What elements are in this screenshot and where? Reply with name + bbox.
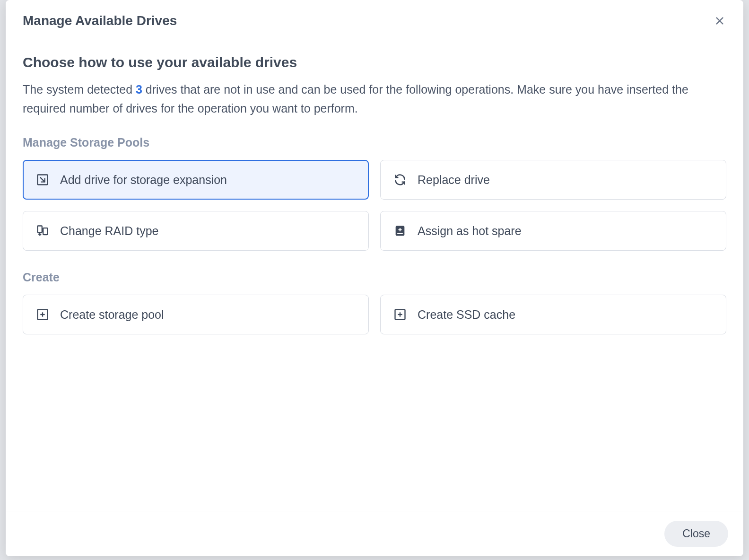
option-label: Replace drive (418, 173, 490, 187)
options-create-grid: Create storage pool Create SSD cache (23, 295, 726, 334)
option-label: Add drive for storage expansion (60, 173, 227, 187)
option-change-raid-type[interactable]: Change RAID type (23, 211, 369, 251)
description-prefix: The system detected (23, 83, 136, 96)
options-manage-grid: Add drive for storage expansion Replace … (23, 160, 726, 251)
option-label: Create storage pool (60, 308, 164, 322)
option-create-storage-pool[interactable]: Create storage pool (23, 295, 369, 334)
refresh-icon (393, 173, 407, 187)
raid-icon (35, 224, 50, 238)
detected-drive-count: 3 (136, 83, 142, 96)
modal-title: Manage Available Drives (23, 13, 177, 28)
plus-square-icon (35, 307, 50, 322)
expand-arrow-icon (35, 173, 50, 187)
option-add-drive-expansion[interactable]: Add drive for storage expansion (23, 160, 369, 200)
option-label: Assign as hot spare (418, 224, 522, 238)
svg-rect-4 (43, 228, 47, 235)
svg-rect-7 (400, 228, 401, 231)
hot-spare-icon (393, 224, 407, 238)
option-create-ssd-cache[interactable]: Create SSD cache (380, 295, 726, 334)
group-label-create: Create (23, 271, 726, 284)
description-text: The system detected 3 drives that are no… (23, 80, 726, 118)
option-label: Change RAID type (60, 224, 158, 238)
group-label-manage: Manage Storage Pools (23, 136, 726, 149)
option-assign-hot-spare[interactable]: Assign as hot spare (380, 211, 726, 251)
svg-rect-3 (38, 226, 42, 233)
close-button[interactable]: Close (664, 521, 728, 547)
close-icon[interactable] (713, 14, 726, 27)
svg-rect-8 (397, 233, 403, 234)
modal-body: Choose how to use your available drives … (6, 40, 743, 511)
modal-header: Manage Available Drives (6, 0, 743, 40)
modal-manage-drives: Manage Available Drives Choose how to us… (6, 0, 743, 556)
option-label: Create SSD cache (418, 308, 515, 322)
modal-footer: Close (6, 511, 743, 556)
plus-square-icon (393, 307, 407, 322)
option-replace-drive[interactable]: Replace drive (380, 160, 726, 200)
section-title: Choose how to use your available drives (23, 54, 726, 70)
